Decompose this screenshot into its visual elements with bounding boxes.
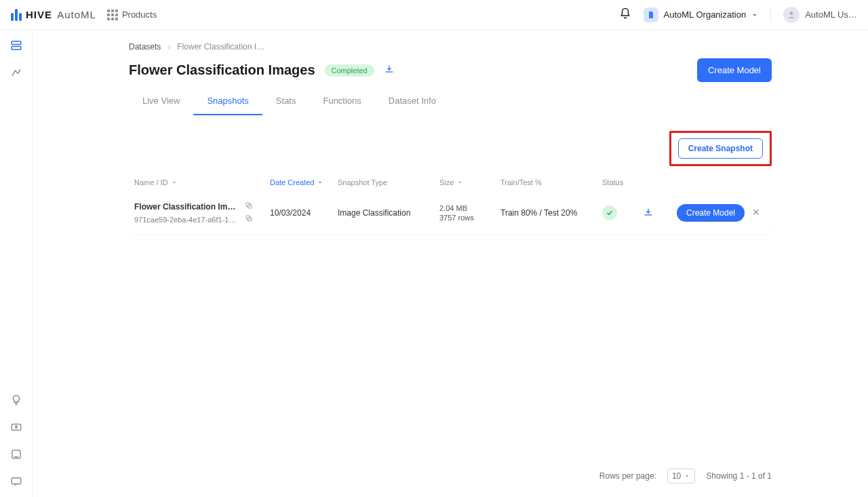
tab-snapshots[interactable]: Snapshots bbox=[193, 87, 262, 115]
logo[interactable]: HIVE AutoML bbox=[11, 9, 96, 21]
breadcrumb-root[interactable]: Datasets bbox=[129, 42, 161, 52]
breadcrumb-current: Flower Classification I… bbox=[177, 42, 264, 52]
billing-icon[interactable] bbox=[10, 421, 22, 433]
tab-stats[interactable]: Stats bbox=[262, 87, 310, 115]
row-create-model[interactable]: Create Model bbox=[677, 204, 751, 222]
org-name: AutoML Organization bbox=[664, 9, 747, 20]
copy-icon[interactable] bbox=[245, 214, 253, 224]
title-row: Flower Classification Images Completed C… bbox=[129, 58, 772, 82]
svg-rect-1 bbox=[12, 41, 21, 45]
highlight-annotation: Create Snapshot bbox=[669, 131, 772, 166]
col-status: Status bbox=[602, 178, 643, 186]
tab-live-view[interactable]: Live View bbox=[129, 87, 193, 115]
col-type[interactable]: Snapshot Type bbox=[338, 178, 439, 186]
table-header: Name / ID Date Created Snapshot Type Siz… bbox=[129, 173, 772, 192]
products-label: Products bbox=[122, 9, 157, 20]
tab-dataset-info[interactable]: Dataset Info bbox=[375, 87, 450, 115]
caret-down-icon bbox=[751, 12, 758, 18]
lightbulb-icon[interactable] bbox=[10, 394, 22, 406]
avatar-icon bbox=[783, 7, 800, 23]
create-snapshot-button[interactable]: Create Snapshot bbox=[678, 138, 763, 159]
logo-icon bbox=[11, 9, 22, 21]
col-date[interactable]: Date Created bbox=[270, 178, 338, 186]
page-title: Flower Classification Images bbox=[129, 62, 315, 78]
user-label: AutoML Us… bbox=[805, 9, 857, 20]
docs-icon[interactable] bbox=[10, 448, 22, 460]
rows-per-page-select[interactable]: 10 bbox=[667, 469, 695, 483]
col-size[interactable]: Size bbox=[439, 178, 500, 186]
chevron-down-icon bbox=[456, 179, 463, 186]
divider bbox=[770, 8, 771, 22]
row-create-model-button[interactable]: Create Model bbox=[677, 204, 745, 222]
cell-date: 10/03/2024 bbox=[270, 208, 338, 218]
datasets-icon[interactable] bbox=[10, 39, 22, 52]
row-download-button[interactable] bbox=[643, 207, 677, 220]
cell-type: Image Classification bbox=[338, 208, 439, 218]
logo-brand-text: HIVE AutoML bbox=[26, 9, 96, 20]
chevron-down-icon bbox=[317, 179, 323, 186]
showing-text: Showing 1 - 1 of 1 bbox=[706, 471, 772, 481]
snapshot-name: Flower Classification Images S… bbox=[134, 202, 239, 212]
snapshots-table: Name / ID Date Created Snapshot Type Siz… bbox=[129, 173, 772, 234]
cell-status bbox=[602, 205, 643, 220]
row-delete-button[interactable] bbox=[751, 207, 778, 219]
shell: Datasets › Flower Classification I… Flow… bbox=[0, 30, 868, 497]
breadcrumb: Datasets › Flower Classification I… bbox=[129, 42, 772, 52]
cell-split: Train 80% / Test 20% bbox=[500, 208, 602, 218]
user-menu[interactable]: AutoML Us… bbox=[783, 7, 857, 23]
topbar: HIVE AutoML Products AutoML Organization bbox=[0, 0, 868, 30]
create-model-button[interactable]: Create Model bbox=[697, 58, 772, 82]
feedback-icon[interactable] bbox=[10, 475, 22, 488]
status-badge: Completed bbox=[325, 64, 374, 77]
download-icon[interactable] bbox=[384, 64, 395, 77]
pager: Rows per page: 10 Showing 1 - 1 of 1 bbox=[129, 448, 772, 483]
bell-icon[interactable] bbox=[619, 7, 631, 22]
org-selector[interactable]: AutoML Organization bbox=[644, 7, 759, 22]
cell-name: Flower Classification Images S… 971cae59… bbox=[134, 201, 270, 224]
org-badge-icon bbox=[644, 7, 658, 22]
svg-point-0 bbox=[790, 12, 793, 15]
copy-icon[interactable] bbox=[245, 201, 253, 212]
chevron-down-icon bbox=[684, 473, 690, 479]
topbar-left: HIVE AutoML Products bbox=[11, 9, 157, 21]
tab-functions[interactable]: Functions bbox=[309, 87, 374, 115]
topbar-right: AutoML Organization AutoML Us… bbox=[619, 7, 857, 23]
col-split[interactable]: Train/Test % bbox=[500, 178, 602, 186]
grid-icon bbox=[107, 9, 118, 20]
rows-per-page-label: Rows per page: bbox=[599, 471, 656, 481]
products-menu[interactable]: Products bbox=[107, 9, 157, 20]
sidebar-top bbox=[10, 39, 22, 79]
chevron-right-icon: › bbox=[167, 42, 170, 52]
snapshot-id: 971cae59-2eba-4e17-a6f1-12224ca4… bbox=[134, 216, 239, 224]
svg-rect-2 bbox=[12, 47, 21, 50]
chevron-down-icon bbox=[171, 179, 178, 186]
check-icon bbox=[602, 205, 617, 220]
tabs: Live View Snapshots Stats Functions Data… bbox=[129, 87, 772, 116]
table-row[interactable]: Flower Classification Images S… 971cae59… bbox=[129, 192, 772, 234]
main: Datasets › Flower Classification I… Flow… bbox=[33, 30, 868, 497]
sidebar bbox=[0, 30, 33, 497]
svg-rect-6 bbox=[12, 478, 21, 484]
graph-icon[interactable] bbox=[10, 66, 22, 79]
sidebar-bottom bbox=[10, 394, 22, 488]
col-name[interactable]: Name / ID bbox=[134, 178, 270, 186]
actions-row: Create Snapshot bbox=[129, 131, 772, 166]
cell-size: 2.04 MB 3757 rows bbox=[439, 204, 500, 222]
